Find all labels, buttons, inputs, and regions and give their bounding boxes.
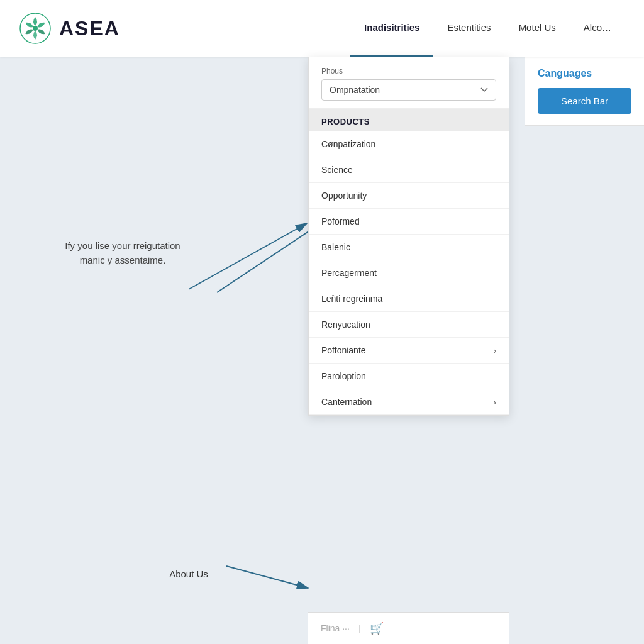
dropdown-item-9[interactable]: Paroloption <box>309 364 509 389</box>
annotation-bottom-text: About Us <box>169 569 208 579</box>
dropdown-item-10[interactable]: Canternation › <box>309 389 509 415</box>
dropdown-item-2[interactable]: Opportunity <box>309 183 509 209</box>
search-bar-button[interactable]: Search Bar <box>538 88 631 114</box>
nav-link-motel-us[interactable]: Motel Us <box>505 0 570 57</box>
dropdown-item-1[interactable]: Science <box>309 157 509 183</box>
cart-icon[interactable]: 🛒 <box>370 621 384 635</box>
annotation-top-line1: Ify you lise your rreigutation <box>65 240 180 251</box>
footer-text: Flina ··· <box>321 623 350 633</box>
dropdown-item-7[interactable]: Renyucation <box>309 312 509 338</box>
dropdown-item-label-3: Poformed <box>321 216 360 226</box>
dropdown-item-label-10: Canternation <box>321 397 372 407</box>
annotation-top: Ify you lise your rreigutation manic y a… <box>31 239 214 267</box>
nav-link-estentities[interactable]: Estentities <box>433 0 504 57</box>
dropdown-item-label-1: Science <box>321 165 353 175</box>
right-panel: Canguages Search Bar <box>525 57 644 126</box>
dropdown-item-label-2: Opportunity <box>321 191 367 201</box>
dropdown-item-4[interactable]: Balenic <box>309 235 509 260</box>
filter-label: Phous <box>321 67 496 75</box>
footer-divider: | <box>358 623 361 633</box>
dropdown-item-label-5: Percagerment <box>321 268 377 278</box>
nav-links: Inadisitrities Estentities Motel Us Alco… <box>350 0 625 57</box>
annotation-bottom: About Us <box>151 567 226 582</box>
dropdown-item-8[interactable]: Poffoniante › <box>309 338 509 364</box>
asea-logo-icon <box>19 12 52 45</box>
dropdown-panel: Phous Ompnatation Products Cønpatization… <box>308 57 509 416</box>
dropdown-item-label-4: Balenic <box>321 242 350 252</box>
dropdown-item-label-7: Renyucation <box>321 319 370 330</box>
annotation-top-line2: manic y assentaime. <box>80 255 166 265</box>
filter-select[interactable]: Ompnatation <box>321 79 496 101</box>
footer-bar: Flina ··· | 🛒 <box>308 612 509 644</box>
dropdown-item-label-6: Leñti regreinma <box>321 294 382 304</box>
svg-point-1 <box>33 26 38 31</box>
nav-link-inadisitrities[interactable]: Inadisitrities <box>350 0 433 57</box>
dropdown-item-5[interactable]: Percagerment <box>309 260 509 286</box>
chevron-icon-10: › <box>494 397 496 407</box>
dropdown-item-label-9: Paroloption <box>321 371 366 381</box>
dropdown-header: Products <box>309 109 509 131</box>
dropdown-item-label-0: Cønpatization <box>321 139 375 149</box>
chevron-icon-8: › <box>494 346 496 355</box>
navbar: ASEA Inadisitrities Estentities Motel Us… <box>0 0 644 57</box>
languages-label[interactable]: Canguages <box>538 68 631 79</box>
logo-area: ASEA <box>19 12 120 45</box>
dropdown-item-3[interactable]: Poformed <box>309 209 509 235</box>
dropdown-item-label-8: Poffoniante <box>321 345 366 355</box>
dropdown-item-0[interactable]: Cønpatization <box>309 131 509 157</box>
dropdown-menu: Products Cønpatization Science Opportuni… <box>309 109 509 415</box>
dropdown-filter-section: Phous Ompnatation <box>309 57 509 109</box>
nav-link-alco[interactable]: Alco… <box>570 0 625 57</box>
logo-text: ASEA <box>59 17 120 40</box>
dropdown-item-6[interactable]: Leñti regreinma <box>309 286 509 312</box>
